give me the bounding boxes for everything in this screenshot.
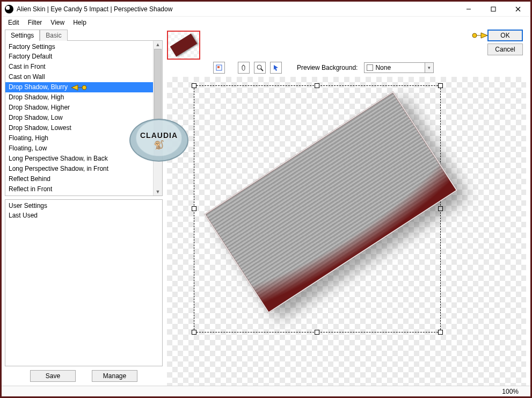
handle-bl[interactable]: [192, 330, 196, 335]
factory-settings-list: Factory Settings Factory DefaultCast in …: [5, 40, 163, 196]
menu-edit[interactable]: Edit: [5, 18, 23, 27]
list-item[interactable]: Reflect Behind: [5, 174, 153, 184]
list-item[interactable]: Drop Shadow, Blurry: [5, 82, 153, 92]
list-item[interactable]: Long Perspective Shadow, in Front: [5, 164, 153, 174]
handle-tr[interactable]: [438, 83, 443, 88]
svg-line-8: [261, 69, 263, 71]
preview-bg-select[interactable]: None ▾: [364, 62, 434, 73]
list-item[interactable]: Long Perspective Shadow, in Back: [5, 154, 153, 164]
app-icon: [5, 5, 13, 13]
preview-thumbnail[interactable]: [167, 31, 200, 60]
maximize-button[interactable]: [481, 2, 506, 17]
svg-point-7: [257, 65, 261, 69]
preview-panel: OK Cancel Preview Background:: [163, 28, 530, 386]
manage-button[interactable]: Manage: [92, 370, 137, 382]
menu-view[interactable]: View: [47, 18, 68, 27]
preview-bg-value: None: [375, 64, 391, 71]
list-item[interactable]: Drop Shadow, Higher: [5, 103, 153, 113]
menu-help[interactable]: Help: [70, 18, 90, 27]
watermark-badge: CLAUDIA 🐒: [129, 119, 188, 162]
status-bar: 100%: [2, 386, 530, 396]
close-button[interactable]: [506, 2, 530, 17]
menu-bar: Edit Filter View Help: [2, 17, 530, 28]
factory-scrollbar[interactable]: ▲ ▼: [153, 41, 162, 196]
menu-filter[interactable]: Filter: [25, 18, 46, 27]
ok-button[interactable]: OK: [487, 30, 523, 41]
handle-tl[interactable]: [192, 83, 196, 88]
chevron-down-icon[interactable]: ▾: [425, 63, 433, 73]
list-item[interactable]: Reflect in Front - Faint: [5, 194, 153, 196]
factory-header: Factory Settings: [5, 42, 153, 52]
preview-bg-label: Preview Background:: [297, 64, 358, 71]
list-item[interactable]: Drop Shadow, Lowest: [5, 123, 153, 133]
list-item[interactable]: Cast on Wall: [5, 72, 153, 82]
scroll-down-icon[interactable]: ▼: [154, 188, 162, 196]
title-bar: Alien Skin | Eye Candy 5 Impact | Perspe…: [2, 2, 530, 17]
list-item[interactable]: Reflect in Front: [5, 184, 153, 194]
minimize-button[interactable]: [456, 2, 481, 17]
user-settings-list[interactable]: User Settings Last Used: [5, 199, 163, 366]
factory-list-body[interactable]: Factory Settings Factory DefaultCast in …: [5, 41, 153, 196]
scroll-up-icon[interactable]: ▲: [154, 41, 162, 48]
save-button[interactable]: Save: [30, 370, 76, 382]
user-header: User Settings: [5, 201, 162, 211]
tab-basic[interactable]: Basic: [40, 30, 67, 41]
preview-canvas[interactable]: [167, 77, 526, 386]
zoom-tool-icon[interactable]: [254, 62, 266, 74]
handle-br[interactable]: [438, 330, 443, 335]
cancel-button[interactable]: Cancel: [487, 44, 523, 55]
list-item[interactable]: Cast in Front: [5, 62, 153, 72]
svg-rect-6: [217, 66, 220, 68]
svg-rect-1: [491, 7, 495, 11]
tab-settings[interactable]: Settings: [5, 30, 40, 41]
list-item[interactable]: Drop Shadow, Low: [5, 113, 153, 123]
tab-strip: Settings Basic: [5, 28, 163, 40]
list-item[interactable]: Drop Shadow, High: [5, 92, 153, 103]
hand-tool-icon[interactable]: [238, 62, 250, 74]
list-item[interactable]: Last Used: [5, 211, 162, 221]
window-title: Alien Skin | Eye Candy 5 Impact | Perspe…: [17, 5, 172, 13]
settings-panel: Settings Basic Factory Settings Factory …: [2, 28, 163, 386]
list-item[interactable]: Factory Default: [5, 52, 153, 62]
arrow-tool-icon[interactable]: [270, 62, 282, 74]
swatch-icon: [367, 64, 373, 71]
zoom-level: 100%: [502, 388, 519, 395]
nav-tool-icon[interactable]: [213, 62, 225, 74]
